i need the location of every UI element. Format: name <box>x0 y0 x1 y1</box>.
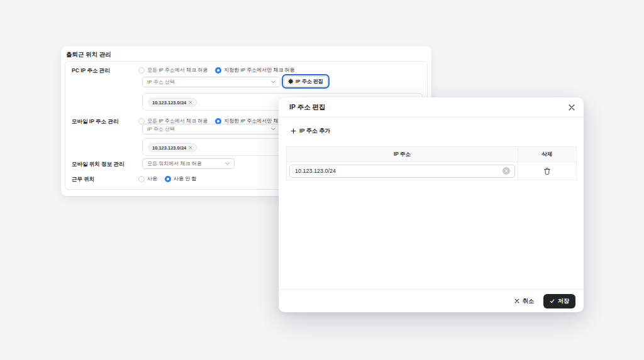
save-button[interactable]: 저장 <box>543 294 575 308</box>
select-placeholder: IP 주소 선택 <box>147 79 175 85</box>
mobile-ip-select[interactable]: IP 주소 선택 <box>142 124 280 134</box>
radio-on-icon <box>215 67 221 74</box>
modal-header: IP 주소 편집 <box>279 97 584 117</box>
ip-tag-value: 10.123.123.0/24 <box>152 100 186 106</box>
chevron-down-icon <box>271 80 275 84</box>
radio-label: 사용 안 함 <box>174 175 196 182</box>
modal-footer: 취소 저장 <box>279 289 584 312</box>
radio-label: 지정한 IP 주소에서만 체크 허용 <box>224 67 294 74</box>
add-ip-button-label: IP 주소 추가 <box>299 127 330 135</box>
add-ip-button[interactable]: IP 주소 추가 <box>291 127 330 135</box>
pc-ip-radio-group: 모든 IP 주소에서 체크 허용 지정한 IP 주소에서만 체크 허용 <box>138 67 295 74</box>
mobile-ip-label: 모바일 IP 주소 관리 <box>72 118 118 125</box>
gear-icon <box>288 79 294 84</box>
radio-off-icon <box>138 67 145 74</box>
remove-tag-icon[interactable] <box>189 101 192 104</box>
ip-table: IP 주소 삭제 <box>286 146 577 180</box>
ip-tag: 10.123.123.0/24 <box>148 143 197 152</box>
table-row <box>286 162 577 180</box>
check-icon <box>550 298 555 303</box>
remove-tag-icon[interactable] <box>189 146 192 150</box>
delete-cell <box>518 162 576 180</box>
radio-label: 사용 <box>147 175 157 182</box>
ip-edit-button-label: IP 주소 편집 <box>296 78 323 85</box>
screen: 출퇴근 위치 관리 PC IP 주소 관리 모든 IP 주소에서 체크 허용 지… <box>0 0 644 360</box>
work-location-label: 근무 위치 <box>72 176 94 183</box>
chevron-down-icon <box>271 128 275 131</box>
cancel-button-label: 취소 <box>523 297 534 305</box>
x-icon <box>514 298 519 303</box>
radio-label: 모든 IP 주소에서 체크 허용 <box>147 67 208 74</box>
radio-on-icon <box>215 118 221 124</box>
card-title: 출퇴근 위치 관리 <box>66 51 111 59</box>
column-header-delete: 삭제 <box>518 147 576 161</box>
radio-work-location-use[interactable]: 사용 <box>138 175 157 182</box>
table-header: IP 주소 삭제 <box>286 146 577 162</box>
chevron-down-icon <box>225 162 230 165</box>
modal-title: IP 주소 편집 <box>289 103 326 112</box>
select-value: 모든 위치에서 체크 허용 <box>147 160 202 167</box>
radio-work-location-no-use[interactable]: 사용 안 함 <box>165 175 196 182</box>
mobile-location-select[interactable]: 모든 위치에서 체크 허용 <box>142 158 235 169</box>
ip-edit-button[interactable]: IP 주소 편집 <box>284 76 328 87</box>
pc-ip-select[interactable]: IP 주소 선택 <box>142 77 280 87</box>
radio-on-icon <box>165 176 171 182</box>
ip-edit-modal: IP 주소 편집 IP 주소 추가 IP 주소 삭제 <box>279 97 584 312</box>
radio-off-icon <box>138 176 145 182</box>
select-placeholder: IP 주소 선택 <box>147 126 175 133</box>
ip-tag: 10.123.123.0/24 <box>148 98 197 107</box>
pc-ip-label: PC IP 주소 관리 <box>72 67 110 74</box>
save-button-label: 저장 <box>558 297 569 305</box>
clear-input-icon[interactable] <box>502 167 510 175</box>
ip-tag-value: 10.123.123.0/24 <box>152 145 186 151</box>
plus-icon <box>291 128 296 134</box>
work-location-radio-group: 사용 사용 안 함 <box>138 175 196 182</box>
cancel-button[interactable]: 취소 <box>514 297 534 305</box>
radio-off-icon <box>138 118 145 124</box>
ip-cell <box>287 162 518 180</box>
close-icon[interactable] <box>567 103 576 112</box>
column-header-ip: IP 주소 <box>287 147 518 161</box>
ip-address-input[interactable] <box>289 165 515 178</box>
radio-pc-ip-all[interactable]: 모든 IP 주소에서 체크 허용 <box>138 67 208 74</box>
mobile-location-label: 모바일 위치 정보 관리 <box>72 161 125 168</box>
trash-icon[interactable] <box>543 167 551 175</box>
radio-pc-ip-specified[interactable]: 지정한 IP 주소에서만 체크 허용 <box>215 67 294 74</box>
